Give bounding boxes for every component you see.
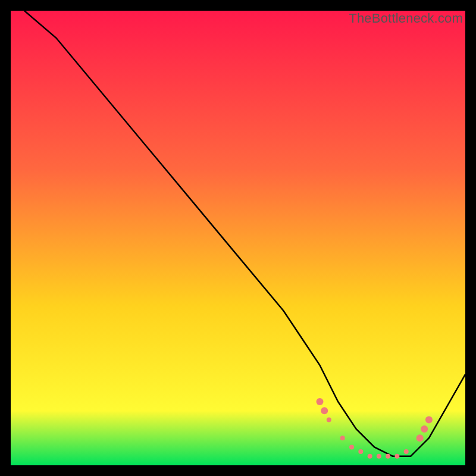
marker-point <box>386 454 390 459</box>
watermark-text: TheBottleneck.com <box>349 11 463 26</box>
marker-point <box>358 449 363 454</box>
marker-point <box>404 449 409 454</box>
marker-point <box>321 407 328 414</box>
marker-point <box>349 444 354 449</box>
chart-frame: TheBottleneck.com <box>11 11 465 465</box>
marker-point <box>421 425 428 433</box>
chart-svg <box>11 11 465 465</box>
gradient-background <box>11 11 465 465</box>
marker-point <box>425 416 433 424</box>
marker-point <box>368 454 372 459</box>
marker-point <box>340 436 345 440</box>
marker-point <box>377 454 381 459</box>
marker-point <box>317 398 324 405</box>
marker-point <box>327 418 331 422</box>
marker-point <box>416 434 424 441</box>
marker-point <box>394 454 399 459</box>
